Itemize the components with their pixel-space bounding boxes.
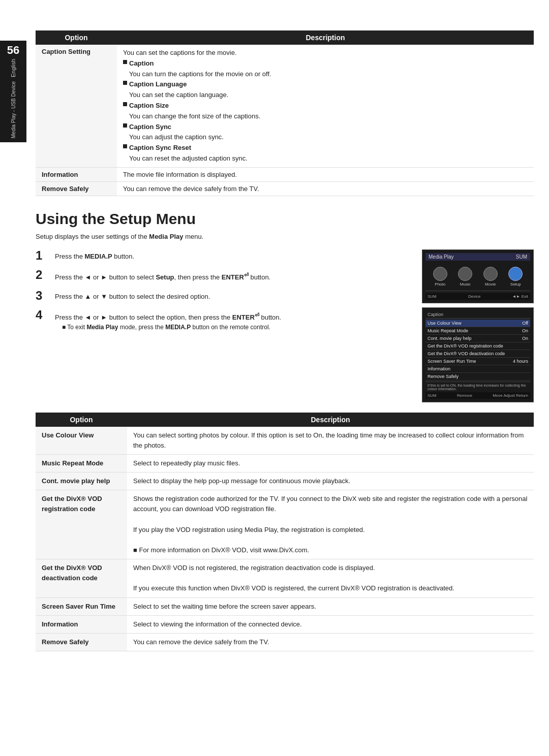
lang-label: English xyxy=(10,59,16,77)
desc-music-repeat: Select to repeatedly play music files. xyxy=(127,455,534,472)
screen1-icons: Photo Music Movie Setup xyxy=(425,263,530,291)
screen1-title: Media Play xyxy=(429,254,453,260)
top-table-col1: Option xyxy=(36,30,117,45)
screen2-row-colour: Use Colour View Off xyxy=(425,320,530,327)
option-caption-setting: Caption Setting xyxy=(36,45,117,167)
desc-remove-safely: You can remove the device safely from th… xyxy=(127,633,534,651)
desc-screen-saver: Select to set the waiting time before th… xyxy=(127,597,534,615)
bullet-caption: CaptionYou can turn the captions for the… xyxy=(123,58,528,80)
opt-music-repeat: Music Repeat Mode xyxy=(36,455,127,472)
step-text-2: Press the ◄ or ► button to select Setup,… xyxy=(55,269,270,282)
bullet-label: Caption Size xyxy=(129,102,169,109)
screen1-setup: Setup xyxy=(508,267,523,287)
screen1-subtitle: SUM xyxy=(516,254,527,260)
bullet-text: You can change the font size of the capt… xyxy=(129,112,260,120)
screen2-row-cont: Cont. movie play help On xyxy=(425,335,530,342)
screen1-music: Music xyxy=(458,267,472,287)
opt-remove-safely: Remove Safely xyxy=(36,633,127,651)
screen2: Caption Use Colour View Off Music Repeat… xyxy=(422,307,534,402)
opt-use-colour: Use Colour View xyxy=(36,427,127,455)
movie-label: Movie xyxy=(485,282,496,287)
top-table: Option Description Caption Setting You c… xyxy=(36,30,534,196)
screen2-row-divx-reg: Get the DivX® VOD registration code xyxy=(425,342,530,350)
music-label: Music xyxy=(460,282,471,287)
screen1-movie: Movie xyxy=(483,267,498,287)
screenshot-box: Media Play SUM Photo Music Movie xyxy=(422,249,534,402)
bullet-sq-icon xyxy=(123,81,127,85)
bullet-label: Caption Language xyxy=(129,80,187,88)
bullet-label: Caption xyxy=(129,59,154,67)
table-row: Caption Setting You can set the captions… xyxy=(36,45,534,167)
table-row: Remove Safely You can remove the device … xyxy=(36,633,534,651)
setup-label: Setup xyxy=(510,282,521,287)
section-heading: Using the Setup Menu xyxy=(36,210,534,228)
opt-cont-movie: Cont. movie play help xyxy=(36,472,127,490)
table-row: Get the DivX® VOD registration code Show… xyxy=(36,490,534,559)
step-1: 1 Press the MEDIA.P button. xyxy=(36,249,412,262)
step-number-4: 4 xyxy=(36,309,50,321)
bottom-col1: Option xyxy=(36,413,127,427)
step-text-4: Press the ◄ or ► button to select the op… xyxy=(55,309,281,332)
movie-icon xyxy=(483,267,498,281)
opt-divx-reg: Get the DivX® VOD registration code xyxy=(36,490,127,559)
bullet-sq-icon xyxy=(123,144,127,148)
bottom-table: Option Description Use Colour View You c… xyxy=(36,413,534,651)
top-table-col2: Description xyxy=(117,30,534,45)
screen1-titlebar: Media Play SUM xyxy=(425,253,530,261)
table-row: Remove Safely You can remove the device … xyxy=(36,181,534,196)
table-row: Screen Saver Run Time Select to set the … xyxy=(36,597,534,615)
table-row: Information The movie file information i… xyxy=(36,167,534,181)
desc-remove-safely: You can remove the device safely from th… xyxy=(117,181,534,196)
table-row: Music Repeat Mode Select to repeatedly p… xyxy=(36,455,534,472)
screen2-bottom-text: If this is set to ON, the loading time i… xyxy=(425,382,530,392)
screen1: Media Play SUM Photo Music Movie xyxy=(422,249,534,303)
opt-screen-saver: Screen Saver Run Time xyxy=(36,597,127,615)
option-remove-safely: Remove Safely xyxy=(36,181,117,196)
screen2-row-divx-deact: Get the DivX® VOD deactivation code xyxy=(425,350,530,358)
photo-label: Photo xyxy=(435,282,445,287)
step-2: 2 Press the ◄ or ► button to select Setu… xyxy=(36,269,412,282)
step-number-1: 1 xyxy=(36,249,50,262)
screen2-row-remove: Remove Safely xyxy=(425,373,530,381)
section-intro: Setup displays the user settings of the … xyxy=(36,233,534,240)
table-row: Information Select to viewing the inform… xyxy=(36,615,534,633)
step-number-2: 2 xyxy=(36,269,50,281)
screen2-row-music: Music Repeat Mode On xyxy=(425,327,530,335)
opt-divx-deact: Get the DivX® VOD deactivation code xyxy=(36,559,127,597)
bullet-caption-sync-reset: Caption Sync ResetYou can reset the adju… xyxy=(123,143,528,164)
bullet-text: You can adjust the caption sync. xyxy=(129,133,224,141)
step-4: 4 Press the ◄ or ► button to select the … xyxy=(36,309,412,332)
desc-caption-setting: You can set the captions for the movie. … xyxy=(117,45,534,167)
bullet-caption-language: Caption LanguageYou can set the caption … xyxy=(123,79,528,101)
screen1-bottombar: SUM Device ◄► Exit xyxy=(425,293,530,300)
step-3: 3 Press the ▲ or ▼ button to select the … xyxy=(36,290,412,302)
bullet-sq-icon xyxy=(123,102,127,106)
bullet-sq-icon xyxy=(123,123,127,128)
bullet-label: Caption Sync Reset xyxy=(129,144,191,151)
desc-cont-movie: Select to display the help pop-up messag… xyxy=(127,472,534,490)
music-icon xyxy=(458,267,472,281)
bullet-text: You can reset the adjusted caption sync. xyxy=(129,154,248,162)
screen2-title: Caption xyxy=(425,311,530,319)
desc-intro: You can set the captions for the movie. xyxy=(123,48,528,58)
screen1-photo: Photo xyxy=(433,267,447,287)
bullet-caption-size: Caption SizeYou can change the font size… xyxy=(123,101,528,122)
table-row: Get the DivX® VOD deactivation code When… xyxy=(36,559,534,597)
bullet-caption-sync: Caption SyncYou can adjust the caption s… xyxy=(123,122,528,143)
main-content: Option Description Caption Setting You c… xyxy=(36,0,534,651)
desc-information: Select to viewing the information of the… xyxy=(127,615,534,633)
steps-area: 1 Press the MEDIA.P button. 2 Press the … xyxy=(36,249,534,402)
desc-divx-deact: When DivX® VOD is not registered, the re… xyxy=(127,559,534,597)
option-information: Information xyxy=(36,167,117,181)
steps-list: 1 Press the MEDIA.P button. 2 Press the … xyxy=(36,249,412,402)
screen2-row-screensaver: Screen Saver Run Time 4 hours xyxy=(425,358,530,365)
screen2-bottombar: SUM Remove Move Adjust Return xyxy=(425,392,530,399)
step-text-1: Press the MEDIA.P button. xyxy=(55,249,134,262)
media-label: Media Play - USB Device xyxy=(11,81,16,138)
bottom-col2: Description xyxy=(127,413,534,427)
opt-information: Information xyxy=(36,615,127,633)
table-row: Cont. movie play help Select to display … xyxy=(36,472,534,490)
desc-use-colour: You can select sorting photos by colour.… xyxy=(127,427,534,455)
bullet-text: You can turn the captions for the movie … xyxy=(129,70,271,78)
desc-information: The movie file information is displayed. xyxy=(117,167,534,181)
